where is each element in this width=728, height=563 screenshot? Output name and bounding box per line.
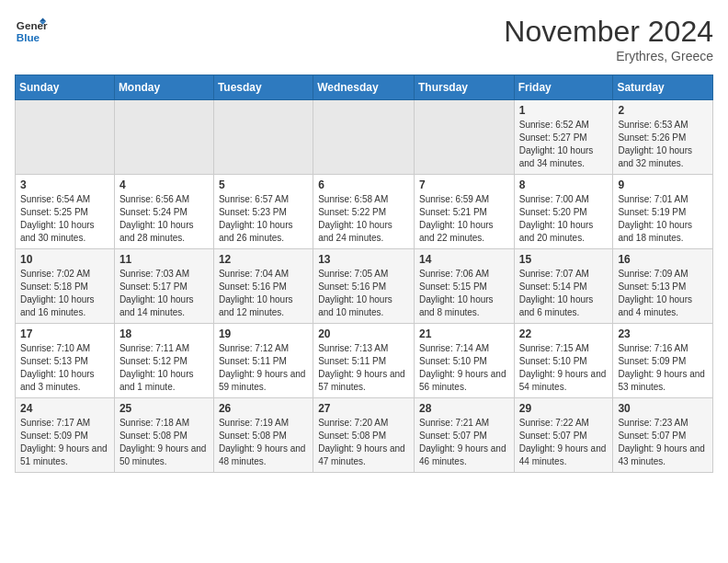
- calendar-cell: 22Sunrise: 7:15 AM Sunset: 5:10 PM Dayli…: [514, 324, 613, 398]
- day-number: 21: [419, 327, 509, 340]
- day-number: 16: [618, 253, 708, 266]
- calendar-cell: 20Sunrise: 7:13 AM Sunset: 5:11 PM Dayli…: [313, 324, 415, 398]
- calendar-cell: 9Sunrise: 7:01 AM Sunset: 5:19 PM Daylig…: [613, 175, 713, 249]
- day-info: Sunrise: 7:14 AM Sunset: 5:10 PM Dayligh…: [419, 342, 509, 394]
- weekday-header-thursday: Thursday: [414, 75, 514, 100]
- calendar-cell: 7Sunrise: 6:59 AM Sunset: 5:21 PM Daylig…: [414, 175, 514, 249]
- day-info: Sunrise: 6:57 AM Sunset: 5:23 PM Dayligh…: [219, 193, 308, 245]
- calendar-cell: 26Sunrise: 7:19 AM Sunset: 5:08 PM Dayli…: [213, 398, 313, 473]
- day-info: Sunrise: 7:01 AM Sunset: 5:19 PM Dayligh…: [618, 193, 708, 245]
- day-number: 17: [20, 327, 109, 340]
- day-info: Sunrise: 6:53 AM Sunset: 5:26 PM Dayligh…: [618, 119, 708, 170]
- weekday-header-sunday: Sunday: [16, 75, 115, 100]
- calendar-cell: 12Sunrise: 7:04 AM Sunset: 5:16 PM Dayli…: [213, 249, 313, 324]
- day-info: Sunrise: 6:56 AM Sunset: 5:24 PM Dayligh…: [119, 193, 209, 245]
- weekday-header-wednesday: Wednesday: [313, 75, 415, 100]
- day-info: Sunrise: 7:04 AM Sunset: 5:16 PM Dayligh…: [219, 268, 308, 319]
- calendar-cell: 27Sunrise: 7:20 AM Sunset: 5:08 PM Dayli…: [313, 398, 415, 473]
- calendar-cell: 21Sunrise: 7:14 AM Sunset: 5:10 PM Dayli…: [414, 324, 514, 398]
- calendar-cell: 15Sunrise: 7:07 AM Sunset: 5:14 PM Dayli…: [514, 249, 613, 324]
- day-info: Sunrise: 7:16 AM Sunset: 5:09 PM Dayligh…: [618, 342, 708, 394]
- week-row-2: 3Sunrise: 6:54 AM Sunset: 5:25 PM Daylig…: [16, 175, 713, 249]
- day-number: 22: [519, 327, 609, 340]
- day-number: 24: [20, 402, 109, 415]
- day-number: 12: [219, 253, 308, 266]
- day-number: 14: [419, 253, 509, 266]
- week-row-1: 1Sunrise: 6:52 AM Sunset: 5:27 PM Daylig…: [16, 100, 713, 175]
- weekday-header-monday: Monday: [114, 75, 213, 100]
- day-number: 5: [219, 178, 308, 191]
- location: Erythres, Greece: [504, 49, 713, 63]
- calendar-cell: 5Sunrise: 6:57 AM Sunset: 5:23 PM Daylig…: [213, 175, 313, 249]
- month-title: November 2024: [504, 15, 713, 49]
- day-info: Sunrise: 7:00 AM Sunset: 5:20 PM Dayligh…: [519, 193, 609, 245]
- calendar-cell: 23Sunrise: 7:16 AM Sunset: 5:09 PM Dayli…: [613, 324, 713, 398]
- day-info: Sunrise: 7:15 AM Sunset: 5:10 PM Dayligh…: [519, 342, 609, 394]
- day-info: Sunrise: 6:54 AM Sunset: 5:25 PM Dayligh…: [20, 193, 109, 245]
- day-number: 7: [419, 178, 509, 191]
- calendar-cell: 11Sunrise: 7:03 AM Sunset: 5:17 PM Dayli…: [114, 249, 213, 324]
- calendar-cell: [213, 100, 313, 175]
- day-info: Sunrise: 7:12 AM Sunset: 5:11 PM Dayligh…: [219, 342, 308, 394]
- calendar-cell: 28Sunrise: 7:21 AM Sunset: 5:07 PM Dayli…: [414, 398, 514, 473]
- calendar-cell: 10Sunrise: 7:02 AM Sunset: 5:18 PM Dayli…: [16, 249, 115, 324]
- day-number: 6: [318, 178, 409, 191]
- calendar-cell: 2Sunrise: 6:53 AM Sunset: 5:26 PM Daylig…: [613, 100, 713, 175]
- day-info: Sunrise: 6:52 AM Sunset: 5:27 PM Dayligh…: [519, 119, 609, 170]
- week-row-4: 17Sunrise: 7:10 AM Sunset: 5:13 PM Dayli…: [16, 324, 713, 398]
- svg-text:Blue: Blue: [17, 31, 40, 43]
- day-number: 2: [618, 104, 708, 117]
- title-block: November 2024 Erythres, Greece: [504, 15, 713, 63]
- day-info: Sunrise: 7:19 AM Sunset: 5:08 PM Dayligh…: [219, 417, 308, 468]
- week-row-5: 24Sunrise: 7:17 AM Sunset: 5:09 PM Dayli…: [16, 398, 713, 473]
- calendar-cell: [414, 100, 514, 175]
- calendar-cell: 16Sunrise: 7:09 AM Sunset: 5:13 PM Dayli…: [613, 249, 713, 324]
- calendar-cell: 4Sunrise: 6:56 AM Sunset: 5:24 PM Daylig…: [114, 175, 213, 249]
- calendar-cell: 8Sunrise: 7:00 AM Sunset: 5:20 PM Daylig…: [514, 175, 613, 249]
- calendar-cell: 13Sunrise: 7:05 AM Sunset: 5:16 PM Dayli…: [313, 249, 415, 324]
- day-info: Sunrise: 7:05 AM Sunset: 5:16 PM Dayligh…: [318, 268, 409, 319]
- calendar-cell: 25Sunrise: 7:18 AM Sunset: 5:08 PM Dayli…: [114, 398, 213, 473]
- logo-icon: General Blue: [15, 15, 48, 48]
- day-info: Sunrise: 7:10 AM Sunset: 5:13 PM Dayligh…: [20, 342, 109, 394]
- day-info: Sunrise: 7:07 AM Sunset: 5:14 PM Dayligh…: [519, 268, 609, 319]
- day-info: Sunrise: 7:13 AM Sunset: 5:11 PM Dayligh…: [318, 342, 409, 394]
- week-row-3: 10Sunrise: 7:02 AM Sunset: 5:18 PM Dayli…: [16, 249, 713, 324]
- day-number: 25: [119, 402, 209, 415]
- weekday-header-tuesday: Tuesday: [213, 75, 313, 100]
- day-number: 1: [519, 104, 609, 117]
- calendar-cell: [313, 100, 415, 175]
- day-info: Sunrise: 7:11 AM Sunset: 5:12 PM Dayligh…: [119, 342, 209, 394]
- day-info: Sunrise: 7:03 AM Sunset: 5:17 PM Dayligh…: [119, 268, 209, 319]
- day-info: Sunrise: 7:17 AM Sunset: 5:09 PM Dayligh…: [20, 417, 109, 468]
- calendar-cell: 1Sunrise: 6:52 AM Sunset: 5:27 PM Daylig…: [514, 100, 613, 175]
- calendar-cell: [114, 100, 213, 175]
- day-info: Sunrise: 6:59 AM Sunset: 5:21 PM Dayligh…: [419, 193, 509, 245]
- day-info: Sunrise: 7:21 AM Sunset: 5:07 PM Dayligh…: [419, 417, 509, 468]
- day-info: Sunrise: 7:22 AM Sunset: 5:07 PM Dayligh…: [519, 417, 609, 468]
- calendar-cell: 6Sunrise: 6:58 AM Sunset: 5:22 PM Daylig…: [313, 175, 415, 249]
- calendar-table: SundayMondayTuesdayWednesdayThursdayFrid…: [15, 75, 713, 473]
- day-number: 4: [119, 178, 209, 191]
- day-info: Sunrise: 7:09 AM Sunset: 5:13 PM Dayligh…: [618, 268, 708, 319]
- weekday-header-saturday: Saturday: [613, 75, 713, 100]
- day-info: Sunrise: 7:06 AM Sunset: 5:15 PM Dayligh…: [419, 268, 509, 319]
- day-number: 30: [618, 402, 708, 415]
- calendar-cell: 17Sunrise: 7:10 AM Sunset: 5:13 PM Dayli…: [16, 324, 115, 398]
- calendar-cell: 24Sunrise: 7:17 AM Sunset: 5:09 PM Dayli…: [16, 398, 115, 473]
- day-number: 15: [519, 253, 609, 266]
- day-number: 8: [519, 178, 609, 191]
- day-info: Sunrise: 6:58 AM Sunset: 5:22 PM Dayligh…: [318, 193, 409, 245]
- day-number: 27: [318, 402, 409, 415]
- calendar-cell: 19Sunrise: 7:12 AM Sunset: 5:11 PM Dayli…: [213, 324, 313, 398]
- calendar-cell: 30Sunrise: 7:23 AM Sunset: 5:07 PM Dayli…: [613, 398, 713, 473]
- day-number: 3: [20, 178, 109, 191]
- weekday-header-row: SundayMondayTuesdayWednesdayThursdayFrid…: [16, 75, 713, 100]
- page-header: General Blue November 2024 Erythres, Gre…: [15, 15, 713, 63]
- day-number: 26: [219, 402, 308, 415]
- calendar-cell: 29Sunrise: 7:22 AM Sunset: 5:07 PM Dayli…: [514, 398, 613, 473]
- logo: General Blue: [15, 15, 48, 48]
- weekday-header-friday: Friday: [514, 75, 613, 100]
- day-number: 18: [119, 327, 209, 340]
- calendar-cell: [16, 100, 115, 175]
